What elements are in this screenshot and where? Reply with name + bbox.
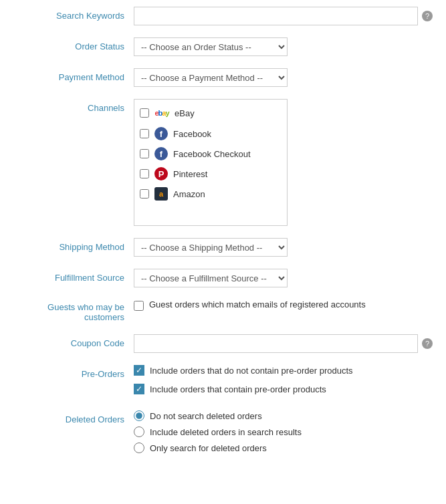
fulfillment-source-label: Fulfillment Source xyxy=(13,269,134,283)
deleted-radio-input-include-deleted[interactable] xyxy=(134,426,144,437)
deleted-orders-row: Deleted Orders Do not search deleted ord… xyxy=(13,410,433,459)
payment-method-row: Payment Method -- Choose a Payment Metho… xyxy=(13,68,433,87)
pre-orders-label: Pre-Orders xyxy=(13,365,134,379)
guests-checkbox[interactable] xyxy=(134,301,144,311)
channel-checkbox-ebay[interactable] xyxy=(140,108,149,118)
guests-control: Guest orders which match emails of regis… xyxy=(134,299,433,311)
fulfillment-source-wrap: -- Choose a Fulfillment Source -- xyxy=(134,269,433,287)
fulfillment-source-row: Fulfillment Source -- Choose a Fulfillme… xyxy=(13,269,433,287)
channel-checkbox-amazon[interactable] xyxy=(140,189,149,199)
ebay-icon: ebay xyxy=(154,106,169,120)
deleted-radio-no-deleted: Do not search deleted orders xyxy=(134,410,302,421)
channel-name-pinterest: Pinterest xyxy=(173,169,207,179)
coupon-code-row: Coupon Code ? xyxy=(13,334,433,353)
deleted-orders-options: Do not search deleted orders Include del… xyxy=(134,410,302,459)
channels-wrap: ebay eBay f Facebook f Facebook Checkout… xyxy=(134,99,433,226)
amazon-icon: a xyxy=(154,187,168,201)
channel-item-pinterest: P Pinterest xyxy=(134,164,287,184)
channel-name-amazon: Amazon xyxy=(173,189,205,199)
channels-listbox: ebay eBay f Facebook f Facebook Checkout… xyxy=(134,99,288,226)
shipping-method-select[interactable]: -- Choose a Shipping Method -- xyxy=(134,238,288,257)
pre-orders-wrap: ✓ Include orders that do not contain pre… xyxy=(134,365,433,398)
channel-checkbox-facebook[interactable] xyxy=(140,129,149,138)
coupon-code-help-icon[interactable]: ? xyxy=(422,338,433,349)
coupon-code-wrap: ? xyxy=(134,334,433,353)
channel-checkbox-facebook-checkout[interactable] xyxy=(140,149,149,158)
deleted-radio-input-no-deleted[interactable] xyxy=(134,410,144,421)
facebook-checkout-icon: f xyxy=(154,147,168,160)
shipping-method-label: Shipping Method xyxy=(13,238,134,252)
deleted-radio-label-only-deleted[interactable]: Only search for deleted orders xyxy=(150,443,267,453)
pinterest-icon: P xyxy=(154,167,168,180)
preorder-option-no-preorder: ✓ Include orders that do not contain pre… xyxy=(134,365,353,376)
payment-method-label: Payment Method xyxy=(13,68,134,82)
channel-item-facebook: f Facebook xyxy=(134,124,287,144)
fulfillment-source-select[interactable]: -- Choose a Fulfillment Source -- xyxy=(134,269,288,287)
guests-checkbox-label: Guest orders which match emails of regis… xyxy=(149,299,366,309)
deleted-radio-only-deleted: Only search for deleted orders xyxy=(134,443,302,453)
order-status-wrap: -- Choose an Order Status -- xyxy=(134,37,433,56)
deleted-radio-label-no-deleted[interactable]: Do not search deleted orders xyxy=(150,411,262,421)
coupon-code-label: Coupon Code xyxy=(13,334,134,348)
channel-name-ebay: eBay xyxy=(175,108,195,118)
pre-orders-row: Pre-Orders ✓ Include orders that do not … xyxy=(13,365,433,398)
channel-item-facebook-checkout: f Facebook Checkout xyxy=(134,144,287,164)
coupon-code-input[interactable] xyxy=(134,334,418,353)
search-keywords-input[interactable] xyxy=(134,7,418,25)
order-status-label: Order Status xyxy=(13,37,134,51)
search-keywords-row: Search Keywords ? xyxy=(13,7,433,25)
payment-method-select[interactable]: -- Choose a Payment Method -- xyxy=(134,68,288,87)
deleted-radio-input-only-deleted[interactable] xyxy=(134,443,144,453)
deleted-radio-label-include-deleted[interactable]: Include deleted orders in search results xyxy=(150,427,302,437)
payment-method-wrap: -- Choose a Payment Method -- xyxy=(134,68,433,87)
deleted-orders-label: Deleted Orders xyxy=(13,410,134,424)
search-keywords-help-icon[interactable]: ? xyxy=(422,11,433,21)
shipping-method-wrap: -- Choose a Shipping Method -- xyxy=(134,238,433,257)
channel-name-facebook: Facebook xyxy=(173,129,211,139)
deleted-radio-include-deleted: Include deleted orders in search results xyxy=(134,426,302,437)
preorder-checkbox-no-preorder[interactable]: ✓ xyxy=(134,365,144,376)
preorder-checkbox-with-preorder[interactable]: ✓ xyxy=(134,384,144,394)
guests-label: Guests who may be customers xyxy=(13,299,134,322)
shipping-method-row: Shipping Method -- Choose a Shipping Met… xyxy=(13,238,433,257)
channels-label: Channels xyxy=(13,99,134,113)
facebook-icon: f xyxy=(154,127,168,140)
guests-row: Guests who may be customers Guest orders… xyxy=(13,299,433,322)
deleted-orders-wrap: Do not search deleted orders Include del… xyxy=(134,410,433,459)
preorder-label-with-preorder: Include orders that contain pre-order pr… xyxy=(150,384,326,394)
channels-row: Channels ebay eBay f Facebook f Facebo xyxy=(13,99,433,226)
order-status-row: Order Status -- Choose an Order Status -… xyxy=(13,37,433,56)
channel-checkbox-pinterest[interactable] xyxy=(140,169,149,178)
preorder-label-no-preorder: Include orders that do not contain pre-o… xyxy=(150,366,353,376)
channel-item-amazon: a Amazon xyxy=(134,184,287,204)
order-status-select[interactable]: -- Choose an Order Status -- xyxy=(134,37,288,56)
search-keywords-label: Search Keywords xyxy=(13,7,134,21)
channel-name-facebook-checkout: Facebook Checkout xyxy=(173,149,251,159)
preorder-option-with-preorder: ✓ Include orders that contain pre-order … xyxy=(134,384,326,394)
channel-item-ebay: ebay eBay xyxy=(134,102,287,124)
search-keywords-wrap: ? xyxy=(134,7,433,25)
